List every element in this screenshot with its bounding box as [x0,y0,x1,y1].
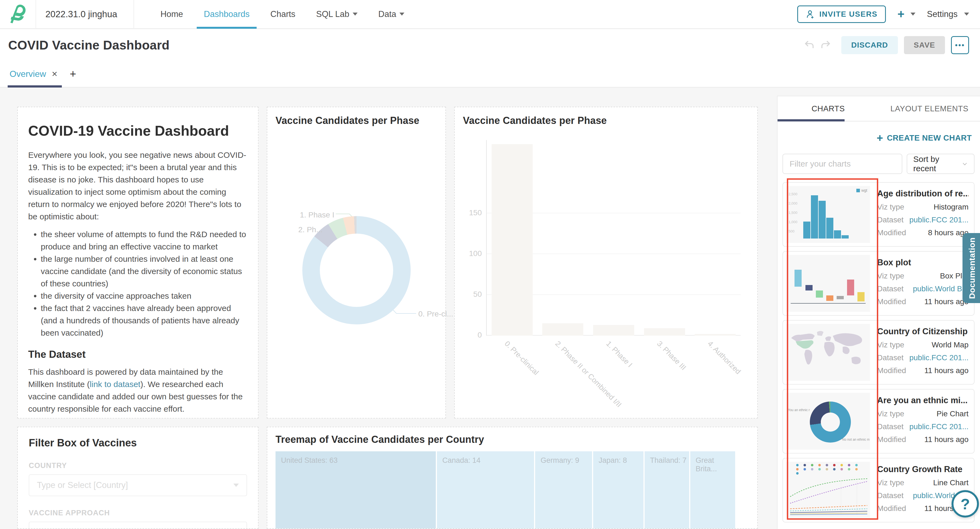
chart-thumbnail-histogram: wgt 2,5002,0001,5001,000500 [786,186,870,243]
markdown-panel[interactable]: COVID-19 Vaccine Dashboard Everywhere yo… [17,107,259,418]
tab-charts[interactable]: CHARTS [778,96,879,121]
treemap-cell: Thailand: 7 [644,451,689,529]
preset-logo[interactable] [0,0,36,28]
x-axis-tick-label: 1. Phase I [605,340,634,369]
treemap-cell: United States: 63 [275,451,436,529]
y-axis-tick-label: 1,000 [789,220,797,224]
markdown-intro: Everywhere you look, you see negative ne… [28,149,248,222]
donut-label-phase1: 1. Phase I [284,211,334,219]
markdown-bullets: the sheer volume of attempts to fund the… [31,228,248,339]
x-axis-tick-label: 0. Pre-clinical [503,340,540,377]
dashboard-canvas: COVID-19 Vaccine Dashboard Everywhere yo… [0,87,777,529]
boxplot-box [837,296,844,299]
nav-item-charts[interactable]: Charts [260,0,305,28]
navbar-right: INVITE USERS + Settings [797,5,980,23]
filter-box-title: Filter Box of Vaccines [29,437,247,449]
card-title: Box plot [877,258,969,267]
nav-item-dashboards[interactable]: Dashboards [193,0,260,28]
bar [644,328,685,336]
plus-icon: + [897,8,905,20]
y-axis-tick-label: 50 [463,290,482,299]
country-filter-select[interactable]: Type or Select [Country] [29,474,247,496]
dataset-paragraph: This dashboard is powered by data mainta… [28,366,248,415]
sidebar-controls: Sort by recent [783,154,975,174]
dataset-link[interactable]: public.FCC 201... [909,422,969,431]
bar [695,334,736,336]
bar [542,323,583,336]
chart-filter-input[interactable] [783,154,902,174]
treemap-cell-label: United States: 63 [281,456,337,464]
vaccine-approach-filter-select[interactable]: Type or Select [Vaccine Approach] [29,522,247,529]
bullet-item: the sheer volume of attempts to fund the… [41,228,248,253]
x-axis-tick-label: 3. Phase III [655,340,688,372]
histogram-bars [803,195,849,238]
card-meta: Are you an ethnic mi... Viz typePie Char… [877,393,971,450]
tab-overview[interactable]: Overview ✕ [10,69,58,79]
dataset-link[interactable]: link to dataset [90,380,140,389]
treemap-cell: Canada: 14 [437,451,534,529]
undo-redo-group [803,39,832,51]
chart-card-ethnic-minority[interactable]: You an ethnic minority No not an ethnic … [783,389,975,453]
filter-box-panel[interactable]: Filter Box of Vaccines COUNTRY Type or S… [17,427,259,529]
card-title: Country Growth Rate [877,464,969,474]
treemap-cell-label: Thailand: 7 [650,456,687,464]
y-axis-tick-label: 1,500 [789,211,797,215]
help-button[interactable]: ? [951,490,979,518]
chart-thumbnail-boxplot [786,255,870,312]
legend: wgt [856,188,867,192]
documentation-tab[interactable]: Documentation [963,233,980,303]
boxplot-box [794,270,802,287]
new-item-menu[interactable]: + [897,8,915,20]
chart-card-age-distribution[interactable]: wgt 2,5002,0001,5001,000500 Age distribu… [783,182,975,247]
bar [593,325,634,336]
chart-card-box-plot[interactable]: Box plot Viz typeBox Plot Datasetpublic.… [783,251,975,316]
discard-button[interactable]: DISCARD [841,36,898,54]
user-plus-icon [806,10,815,19]
create-new-chart-button[interactable]: + CREATE NEW CHART [778,132,972,143]
nav-item-home[interactable]: Home [150,0,193,28]
card-title: Country of Citizenship [877,327,969,337]
more-options-button[interactable]: ••• [951,36,969,54]
chart-card-country-growth-rate[interactable]: Country Growth Rate Viz typeLine Chart D… [783,458,975,523]
y-axis-tick-label: 2,000 [789,201,797,205]
app-root: 2022.31.0 jinghua Home Dashboards Charts… [0,0,980,529]
nav-item-sql-lab[interactable]: SQL Lab [306,0,368,28]
boxplot-box [858,292,865,302]
donut-chart-panel[interactable]: Vaccine Candidates per Phase 1. Phase I … [267,107,446,418]
preset-logo-icon [8,3,27,25]
bullet-item: the fact that 2 vaccines have already be… [41,302,248,339]
boxplot-box [847,280,854,295]
undo-icon[interactable] [803,39,816,51]
settings-menu[interactable]: Settings [927,9,969,19]
chart-card-country-of-citizenship[interactable]: Country of Citizenship Viz typeWorld Map… [783,320,975,384]
dataset-link[interactable]: public.FCC 201... [909,353,969,362]
treemap-panel[interactable]: Treemap of Vaccine Candidates per Countr… [267,427,758,529]
sidebar-tabs: CHARTS LAYOUT ELEMENTS [778,96,980,121]
treemap-cell-label: Germany: 9 [541,456,579,464]
dataset-link[interactable]: public.FCC 201... [909,216,969,224]
y-axis-tick-label: 150 [463,208,482,217]
card-title: Are you an ethnic mi... [877,396,969,405]
workspace-name: 2022.31.0 jinghua [36,0,134,28]
chart-thumbnail-pie: You an ethnic minority No not an ethnic … [786,393,870,450]
dashboard-title[interactable]: COVID Vaccine Dashboard [8,38,170,52]
vaccine-approach-filter-label: VACCINE APPROACH [29,509,247,517]
axis-line [791,303,865,303]
add-tab-button[interactable]: + [70,68,76,80]
redo-icon[interactable] [819,39,832,51]
legend-swatch [856,189,860,192]
treemap-cell: Great Brita... [690,451,735,529]
close-icon[interactable]: ✕ [51,70,58,78]
treemap-cell-label: Great Brita... [696,456,717,473]
nav-item-data[interactable]: Data [368,0,415,28]
dataset-link[interactable]: public.World B... [913,284,969,293]
tab-layout-elements[interactable]: LAYOUT ELEMENTS [879,96,980,121]
sort-select[interactable]: Sort by recent [907,154,975,174]
bar-chart-panel[interactable]: Vaccine Candidates per Phase 0501001500.… [454,107,758,418]
dashboard-tab-bar: Overview ✕ + [0,61,980,87]
invite-users-button[interactable]: INVITE USERS [797,5,886,23]
y-axis-tick-label: 2,500 [789,192,797,196]
card-meta: Country of Citizenship Viz typeWorld Map… [877,324,971,381]
save-button[interactable]: SAVE [904,36,945,54]
x-axis-tick-label: 4. Authorized [706,340,742,376]
